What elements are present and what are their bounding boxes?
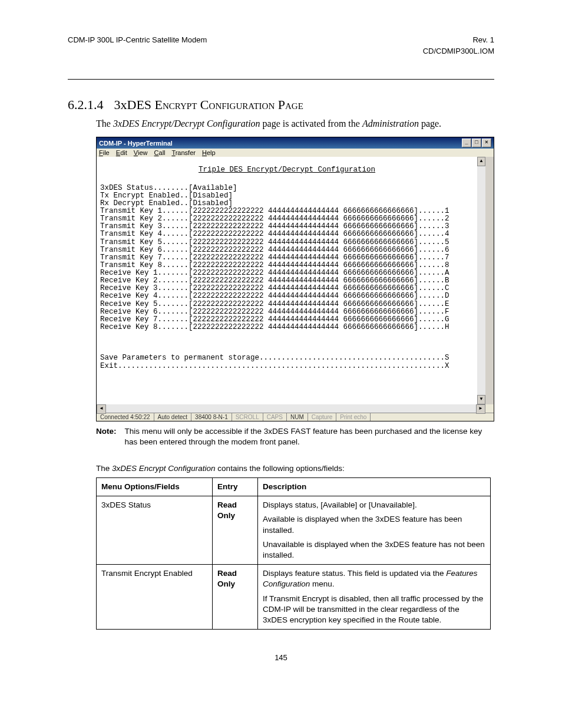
vertical-scrollbar[interactable]: ▲ ▼ [477,157,485,404]
minimize-icon[interactable]: _ [462,139,471,147]
terminal-screen-title: Triple DES Encrypt/Decrypt Configuration [100,166,474,174]
status-port: 38400 8-N-1 [191,413,232,421]
horizontal-scrollbar[interactable]: ◄ ► [97,404,485,413]
term-key-4: Transmit Key 5......[2222222222222222 44… [100,239,474,246]
cell-desc-0: Displays status, [Available] or [Unavail… [258,496,491,565]
menu-file[interactable]: File [99,149,110,156]
maximize-icon[interactable]: □ [472,139,481,147]
cell-entry-1: Read Only [213,565,258,630]
status-connected: Connected 4:50:22 [97,413,154,421]
th-field: Menu Options/Fields [97,477,213,496]
term-key-5: Transmit Key 6......[2222222222222222 44… [100,246,474,254]
window-titlebar: CDM-IP - HyperTerminal _ □ × [97,137,494,149]
status-num: NUM [287,413,308,421]
window-title: CDM-IP - HyperTerminal [99,140,173,147]
close-icon[interactable]: × [482,139,491,147]
cell-entry-0: Read Only [213,496,258,565]
status-autodetect: Auto detect [154,413,192,421]
section-heading: 6.2.1.43xDES Encrypt Configuration Page [68,97,494,113]
menu-view[interactable]: View [134,149,148,156]
scroll-down-icon[interactable]: ▼ [477,395,485,404]
section-number: 6.2.1.4 [68,97,104,112]
menu-bar: File Edit View Call Transfer Help [97,149,494,157]
th-entry: Entry [213,477,258,496]
term-key-3: Transmit Key 4......[2222222222222222 44… [100,230,474,238]
note-block: Note: This menu will only be accessible … [96,426,494,447]
status-echo: Print echo [336,413,371,421]
section-title: 3xDES Encrypt Configuration Page [114,97,303,112]
status-bar: Connected 4:50:22 Auto detect 38400 8-N-… [97,413,494,421]
scroll-right-icon[interactable]: ► [476,404,485,414]
table-row: Transmit Encrypt Enabled Read Only Displ… [97,565,491,630]
term-key-12: Receive Key 5.......[2222222222222222 44… [100,301,474,308]
term-status-0: 3xDES Status........[Available] [100,185,474,192]
note-label: Note: [96,426,117,447]
cell-field-0: 3xDES Status [97,496,213,565]
term-key-15: Receive Key 8.......[2222222222222222 44… [100,324,474,331]
term-key-11: Receive Key 4.......[2222222222222222 44… [100,292,474,300]
section-body: The 3xDES Encrypt/Decrypt Configuration … [96,117,494,130]
term-footer-1: Exit....................................… [100,363,474,370]
term-key-13: Receive Key 6.......[2222222222222222 44… [100,308,474,316]
options-table: Menu Options/Fields Entry Description 3x… [96,477,491,630]
status-scroll: SCROLL [232,413,263,421]
cell-field-1: Transmit Encrypt Enabled [97,565,213,630]
cell-desc-1: Displays feature status. This field is u… [258,565,491,630]
terminal-content: Triple DES Encrypt/Decrypt Configuration… [97,157,477,404]
intro-paragraph: The 3xDES Encrypt Configuration contains… [96,463,494,474]
page-number: 145 [68,653,494,662]
menu-call[interactable]: Call [154,149,166,156]
table-row: 3xDES Status Read Only Displays status, … [97,496,491,565]
status-caps: CAPS [263,413,287,421]
menu-transfer[interactable]: Transfer [171,149,196,156]
header-right2: CD/CDMIP300L.IOM [68,47,494,55]
term-footer-0: Save Parameters to permanent storage....… [100,354,474,362]
menu-edit[interactable]: Edit [116,149,127,156]
th-desc: Description [258,477,491,496]
menu-help[interactable]: Help [202,149,216,156]
note-text: This menu will only be accessible if the… [125,426,495,447]
hyperterminal-window: CDM-IP - HyperTerminal _ □ × File Edit V… [96,137,494,421]
scroll-up-icon[interactable]: ▲ [477,157,485,166]
header-right1: Rev. 1 [472,35,494,45]
header-left: CDM-IP 300L IP-Centric Satellite Modem [68,35,207,45]
status-capture: Capture [308,413,337,421]
scroll-left-icon[interactable]: ◄ [97,404,106,414]
